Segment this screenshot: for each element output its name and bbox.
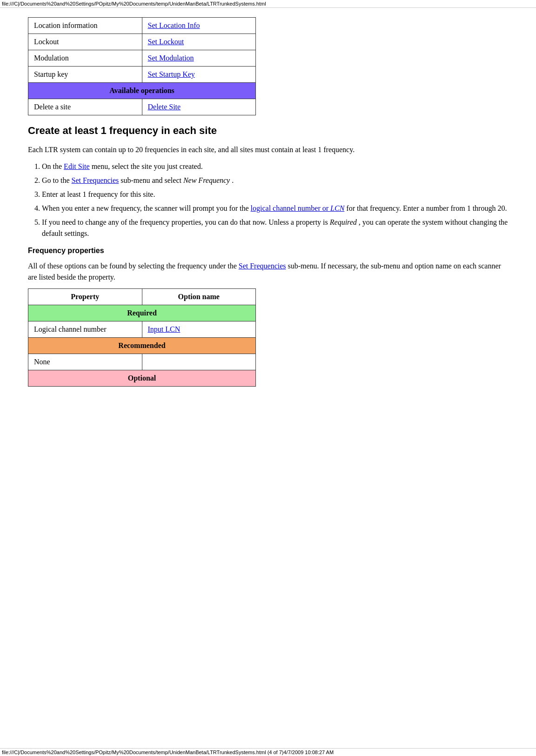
available-operations-row: Available operations bbox=[28, 83, 256, 99]
property-cell: Modulation bbox=[28, 50, 142, 67]
set-location-info-link[interactable]: Set Location Info bbox=[148, 21, 200, 29]
table-row: Delete a site Delete Site bbox=[28, 99, 256, 115]
available-operations-header: Available operations bbox=[28, 83, 256, 99]
input-lcn-link[interactable]: Input LCN bbox=[148, 325, 181, 333]
none-label: None bbox=[34, 358, 50, 366]
optional-section-header: Optional bbox=[28, 370, 256, 387]
table-row: Location information Set Location Info bbox=[28, 18, 256, 34]
freq-props-intro-text: All of these options can be found by sel… bbox=[28, 262, 239, 270]
freq-props-intro-paragraph: All of these options can be found by sel… bbox=[28, 261, 508, 283]
step-3: Enter at least 1 frequency for this site… bbox=[42, 189, 508, 200]
property-cell: Startup key bbox=[28, 67, 142, 83]
edit-site-link[interactable]: Edit Site bbox=[64, 162, 90, 170]
property-cell: Delete a site bbox=[28, 99, 142, 115]
required-label: Required bbox=[127, 309, 157, 317]
option-cell: Set Startup Key bbox=[142, 67, 256, 83]
option-cell: Delete Site bbox=[142, 99, 256, 115]
table-row: None bbox=[28, 354, 256, 370]
freq-props-heading: Frequency properties bbox=[28, 247, 508, 255]
table-row: Startup key Set Startup Key bbox=[28, 67, 256, 83]
option-name-header: Option name bbox=[142, 289, 256, 305]
step-5: If you need to change any of the frequen… bbox=[42, 217, 508, 239]
required-header-row: Required bbox=[28, 305, 256, 321]
lcn-link[interactable]: logical channel number or LCN bbox=[251, 204, 345, 212]
option-cell: Input LCN bbox=[142, 321, 256, 338]
required-italic: Required bbox=[330, 218, 357, 226]
recommended-section-header: Recommended bbox=[28, 338, 256, 354]
property-label: Location information bbox=[34, 21, 97, 29]
new-frequency-italic: New Frequency bbox=[183, 176, 230, 184]
set-startup-key-link[interactable]: Set Startup Key bbox=[148, 70, 195, 78]
option-cell: Set Modulation bbox=[142, 50, 256, 67]
property-header: Property bbox=[28, 289, 142, 305]
table-row: Lockout Set Lockout bbox=[28, 34, 256, 50]
frequency-section-heading: Create at least 1 frequency in each site bbox=[28, 125, 508, 137]
property-label: Delete a site bbox=[34, 103, 71, 111]
steps-list: On the Edit Site menu, select the site y… bbox=[42, 161, 508, 239]
delete-site-link[interactable]: Delete Site bbox=[148, 103, 181, 111]
logical-channel-label: Logical channel number bbox=[34, 325, 107, 333]
main-content: Location information Set Location Info L… bbox=[0, 8, 536, 415]
set-frequencies-link-2[interactable]: Set Frequencies bbox=[239, 262, 286, 270]
intro-paragraph: Each LTR system can contain up to 20 fre… bbox=[28, 144, 508, 155]
table-row: Modulation Set Modulation bbox=[28, 50, 256, 67]
step-2: Go to the Set Frequencies sub-menu and s… bbox=[42, 175, 508, 186]
url-bar: file:///C|/Documents%20and%20Settings/PO… bbox=[2, 1, 266, 7]
option-cell: Set Lockout bbox=[142, 34, 256, 50]
optional-label: Optional bbox=[128, 374, 156, 382]
optional-header-row: Optional bbox=[28, 370, 256, 387]
property-cell: Logical channel number bbox=[28, 321, 142, 338]
second-table: Property Option name Required Logical ch… bbox=[28, 288, 256, 387]
step-4: When you enter a new frequency, the scan… bbox=[42, 203, 508, 214]
set-frequencies-link-1[interactable]: Set Frequencies bbox=[72, 176, 119, 184]
property-label: Modulation bbox=[34, 54, 69, 62]
option-cell: Set Location Info bbox=[142, 18, 256, 34]
property-label: Startup key bbox=[34, 70, 68, 78]
table-row: Logical channel number Input LCN bbox=[28, 321, 256, 338]
property-cell: Lockout bbox=[28, 34, 142, 50]
set-lockout-link[interactable]: Set Lockout bbox=[148, 38, 184, 46]
required-section-header: Required bbox=[28, 305, 256, 321]
property-cell: Location information bbox=[28, 18, 142, 34]
recommended-header-row: Recommended bbox=[28, 338, 256, 354]
table-header-row: Property Option name bbox=[28, 289, 256, 305]
top-bar: file:///C|/Documents%20and%20Settings/PO… bbox=[0, 0, 536, 8]
property-cell: None bbox=[28, 354, 142, 370]
recommended-label: Recommended bbox=[118, 341, 165, 349]
first-table: Location information Set Location Info L… bbox=[28, 17, 256, 115]
property-label: Lockout bbox=[34, 38, 59, 46]
set-modulation-link[interactable]: Set Modulation bbox=[148, 54, 194, 62]
available-operations-label: Available operations bbox=[109, 87, 174, 94]
option-cell bbox=[142, 354, 256, 370]
step-1: On the Edit Site menu, select the site y… bbox=[42, 161, 508, 172]
